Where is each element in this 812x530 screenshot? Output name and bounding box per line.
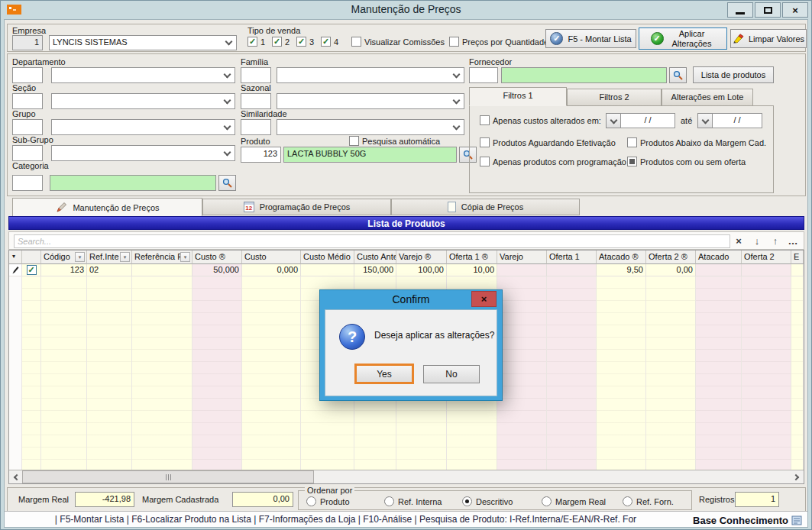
- filter-button-icon[interactable]: ▾: [180, 252, 190, 262]
- precos-quantidade-checkbox[interactable]: [449, 37, 459, 47]
- col-header-varejo[interactable]: Varejo: [497, 250, 547, 264]
- date-to-field[interactable]: / /: [712, 113, 762, 128]
- tipo-venda-checkbox-3[interactable]: ✓: [296, 37, 306, 47]
- col-header-codigo[interactable]: Código▾: [41, 250, 87, 264]
- no-button[interactable]: No: [423, 365, 480, 383]
- col-header-oferta1-r[interactable]: Oferta 1 ®: [447, 250, 497, 264]
- filter-button-icon[interactable]: ▾: [120, 252, 130, 262]
- maximize-button[interactable]: [755, 2, 781, 18]
- subgrupo-code-field[interactable]: [12, 145, 43, 161]
- col-header-oferta1[interactable]: Oferta 1: [547, 250, 597, 264]
- familia-code-field[interactable]: [241, 67, 271, 83]
- departamento-combobox[interactable]: [51, 67, 235, 83]
- categoria-search-button[interactable]: [218, 175, 236, 191]
- fornecedor-code-field[interactable]: [469, 67, 498, 83]
- cell-varejo[interactable]: [497, 264, 547, 276]
- subgrupo-combobox[interactable]: [51, 145, 235, 161]
- scrollbar-thumb[interactable]: [22, 470, 314, 483]
- cell-custo-r[interactable]: 50,000: [192, 264, 242, 276]
- limpar-valores-button[interactable]: Limpar Valores: [730, 29, 807, 48]
- secao-combobox[interactable]: [51, 93, 235, 109]
- custos-alterados-checkbox[interactable]: [480, 115, 490, 125]
- yes-button[interactable]: Yes: [354, 364, 414, 384]
- close-button[interactable]: ×: [782, 2, 808, 18]
- cell-custo[interactable]: 0,000: [242, 264, 301, 276]
- col-header-oferta2-r[interactable]: Oferta 2 ®: [646, 250, 696, 264]
- row-select-cell[interactable]: ✓: [22, 264, 41, 276]
- abaixo-margem-checkbox[interactable]: [627, 137, 637, 147]
- cell-atacado[interactable]: [696, 264, 742, 276]
- clear-search-icon[interactable]: ×: [732, 234, 746, 247]
- pesquisa-automatica-checkbox[interactable]: [349, 136, 359, 146]
- date-to-dropdown-button[interactable]: [697, 113, 713, 128]
- sort-radio-ref-interna[interactable]: [384, 496, 394, 506]
- sort-radio-descritivo[interactable]: [462, 496, 472, 506]
- oferta-checkbox[interactable]: [627, 157, 637, 166]
- scroll-left-button[interactable]: [9, 470, 22, 483]
- cell-varejo-r[interactable]: 100,00: [396, 264, 447, 276]
- cell-referencia-fornecedor[interactable]: [132, 264, 192, 276]
- minimize-button[interactable]: [727, 2, 753, 18]
- grupo-code-field[interactable]: [12, 119, 43, 135]
- cell-ref-interna[interactable]: 02: [87, 264, 132, 276]
- cell-oferta1-r[interactable]: 10,00: [447, 264, 497, 276]
- date-from-dropdown-button[interactable]: [606, 113, 621, 128]
- col-header-ref-interna[interactable]: Ref.Inte▾: [87, 250, 132, 264]
- sazonal-combobox[interactable]: [277, 93, 464, 109]
- aguardando-checkbox[interactable]: [480, 137, 490, 147]
- empresa-combobox[interactable]: LYNCIS SISTEMAS: [49, 35, 237, 50]
- aplicar-alteracoes-button[interactable]: ✓ Aplicar Alterações: [639, 27, 727, 50]
- programacao-checkbox[interactable]: [480, 157, 490, 166]
- lista-produtos-button[interactable]: Lista de produtos: [693, 66, 774, 83]
- arrow-down-icon[interactable]: ↓: [750, 234, 764, 247]
- table-row[interactable]: ✓ 123 02 50,000 0,000 150,000 100,00 10,…: [9, 264, 804, 276]
- tipo-venda-checkbox-2[interactable]: ✓: [272, 37, 282, 47]
- sort-radio-produto[interactable]: [306, 496, 316, 506]
- cell-atacado-r[interactable]: 9,50: [597, 264, 646, 276]
- col-header-oferta2[interactable]: Oferta 2: [742, 250, 791, 264]
- col-header-custo-r[interactable]: Custo ®: [192, 250, 242, 264]
- arrow-up-icon[interactable]: ↑: [768, 234, 782, 247]
- dialog-close-button[interactable]: ×: [471, 291, 497, 307]
- col-header-custo[interactable]: Custo: [242, 250, 301, 264]
- secao-code-field[interactable]: [12, 93, 43, 109]
- filter-button-icon[interactable]: ▾: [75, 252, 85, 262]
- grid-selector-header[interactable]: ▾: [9, 250, 22, 264]
- col-header-varejo-r[interactable]: Varejo ®: [396, 250, 447, 264]
- familia-combobox[interactable]: [277, 67, 464, 83]
- tab-filtros-1[interactable]: Filtros 1: [469, 87, 567, 106]
- tab-programacao-precos[interactable]: 12 Programação de Preços: [202, 199, 391, 215]
- scroll-right-button[interactable]: [791, 470, 804, 483]
- tab-manutencao-precos[interactable]: Manutenção de Preços: [12, 198, 202, 216]
- col-header-referencia-fornecedor[interactable]: Referência F▾: [132, 250, 192, 264]
- col-header-atacado-r[interactable]: Atacado ®: [597, 250, 646, 264]
- produto-code-field[interactable]: 123: [241, 147, 281, 163]
- col-header-custo-medio[interactable]: Custo Médio: [301, 250, 354, 264]
- row-checkbox[interactable]: ✓: [27, 265, 37, 275]
- tab-alteracoes-lote[interactable]: Alterações em Lote: [662, 89, 753, 106]
- tipo-venda-checkbox-1[interactable]: ✓: [247, 37, 257, 47]
- date-from-field[interactable]: / /: [620, 113, 675, 128]
- visualizar-comissoes-checkbox[interactable]: [351, 37, 361, 47]
- col-header-extra[interactable]: E: [791, 250, 804, 264]
- tab-copia-precos[interactable]: Cópia de Preços: [391, 199, 580, 215]
- cell-codigo[interactable]: 123: [41, 264, 87, 276]
- knowledge-base-panel[interactable]: Base Conhecimento: [688, 512, 806, 527]
- departamento-code-field[interactable]: [12, 67, 43, 83]
- col-header-custo-anterior[interactable]: Custo Anterior: [354, 250, 396, 264]
- similaridade-code-field[interactable]: [241, 119, 271, 135]
- cell-extra[interactable]: [791, 264, 804, 276]
- fornecedor-search-button[interactable]: [669, 67, 687, 83]
- cell-oferta2-r[interactable]: 0,00: [646, 264, 696, 276]
- produto-desc-field[interactable]: LACTA BUBBLY 50G: [283, 147, 457, 163]
- grupo-combobox[interactable]: [51, 119, 235, 135]
- col-header-atacado[interactable]: Atacado: [696, 250, 742, 264]
- more-options-icon[interactable]: …: [786, 234, 800, 247]
- sort-radio-ref-forn[interactable]: [623, 496, 632, 506]
- tipo-venda-checkbox-4[interactable]: ✓: [321, 37, 331, 47]
- cell-oferta2[interactable]: [742, 264, 791, 276]
- empresa-code-field[interactable]: 1: [12, 35, 43, 50]
- sort-radio-margem-real[interactable]: [542, 496, 552, 506]
- similaridade-combobox[interactable]: [277, 119, 464, 135]
- categoria-code-field[interactable]: [12, 175, 43, 191]
